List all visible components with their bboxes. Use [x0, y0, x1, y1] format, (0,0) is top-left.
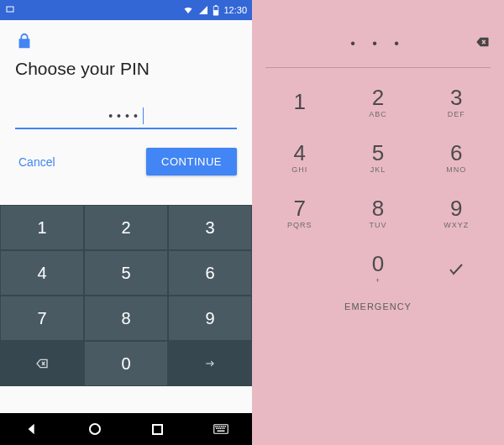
- navigation-bar: [0, 413, 252, 445]
- key-2[interactable]: 2ABC: [339, 75, 417, 130]
- nav-back-icon[interactable]: [15, 422, 49, 436]
- pin-masked-value: ••••: [108, 109, 142, 123]
- svg-rect-13: [224, 426, 226, 427]
- pin-masked-value: • • •: [265, 36, 491, 51]
- page-title: Choose your PIN: [15, 59, 237, 79]
- key-0[interactable]: 0: [85, 342, 167, 385]
- key-2[interactable]: 2: [85, 206, 167, 249]
- backspace-key[interactable]: [1, 342, 83, 385]
- key-0[interactable]: 0+: [339, 241, 417, 296]
- svg-rect-19: [217, 431, 224, 432]
- nav-ime-icon[interactable]: [204, 423, 238, 435]
- key-1[interactable]: 1: [1, 206, 83, 249]
- key-9[interactable]: 9WXYZ: [417, 186, 496, 241]
- choose-pin-screen: 12:30 Choose your PIN •••• Cancel CONTIN…: [0, 0, 252, 445]
- text-caret: [143, 107, 144, 124]
- svg-rect-16: [219, 428, 221, 430]
- svg-rect-12: [223, 426, 224, 427]
- key-9[interactable]: 9: [169, 296, 251, 340]
- key-4[interactable]: 4: [1, 251, 83, 295]
- battery-icon: [213, 5, 219, 16]
- pin-entry: • • •: [252, 20, 504, 67]
- key-1[interactable]: 1: [260, 75, 339, 130]
- svg-rect-15: [218, 428, 219, 430]
- svg-rect-18: [223, 428, 225, 430]
- key-5[interactable]: 5: [85, 251, 167, 295]
- check-icon: [446, 259, 466, 279]
- svg-rect-8: [215, 426, 217, 427]
- svg-rect-10: [218, 426, 220, 427]
- lockscreen-pin-screen: • • • 1 2ABC 3DEF 4GHI 5JKL 6MNO 7PQRS 8…: [252, 0, 504, 445]
- key-5[interactable]: 5JKL: [339, 130, 417, 186]
- svg-rect-4: [214, 7, 218, 10]
- nav-home-icon[interactable]: [78, 422, 112, 436]
- svg-rect-1: [8, 8, 13, 12]
- cancel-button[interactable]: Cancel: [15, 149, 59, 175]
- status-bar: 12:30: [0, 0, 252, 20]
- pin-input[interactable]: ••••: [15, 107, 237, 129]
- backspace-button[interactable]: [472, 34, 492, 53]
- key-6[interactable]: 6MNO: [417, 130, 496, 186]
- key-8[interactable]: 8: [85, 296, 167, 340]
- key-3[interactable]: 3DEF: [417, 75, 496, 130]
- key-7[interactable]: 7PQRS: [260, 186, 339, 241]
- svg-rect-17: [221, 428, 223, 430]
- svg-rect-3: [215, 5, 217, 7]
- key-empty-left: [260, 241, 339, 296]
- key-4[interactable]: 4GHI: [260, 130, 339, 186]
- svg-rect-11: [221, 426, 223, 427]
- svg-point-5: [90, 424, 100, 434]
- key-enter[interactable]: [417, 241, 496, 296]
- status-time: 12:30: [223, 5, 247, 15]
- svg-rect-6: [153, 425, 162, 434]
- signal-icon: [198, 5, 208, 15]
- nav-recents-icon[interactable]: [141, 423, 175, 436]
- dial-pad: 1 2ABC 3DEF 4GHI 5JKL 6MNO 7PQRS 8TUV 9W…: [252, 68, 504, 296]
- svg-rect-14: [216, 428, 218, 430]
- wifi-icon: [182, 5, 194, 15]
- key-6[interactable]: 6: [169, 251, 251, 295]
- wallpaper-chevron: [252, 344, 504, 445]
- continue-button[interactable]: CONTINUE: [146, 148, 237, 175]
- numeric-keyboard: 1 2 3 4 5 6 7 8 9 0: [0, 205, 252, 386]
- svg-rect-9: [217, 426, 218, 427]
- emergency-button[interactable]: EMERGENCY: [252, 296, 504, 313]
- lock-icon: [15, 32, 34, 54]
- status-bar: [252, 0, 504, 20]
- key-3[interactable]: 3: [169, 206, 251, 249]
- key-8[interactable]: 8TUV: [339, 186, 417, 241]
- enter-key[interactable]: [169, 342, 251, 385]
- notification-icon: [5, 4, 15, 16]
- key-7[interactable]: 7: [1, 296, 83, 340]
